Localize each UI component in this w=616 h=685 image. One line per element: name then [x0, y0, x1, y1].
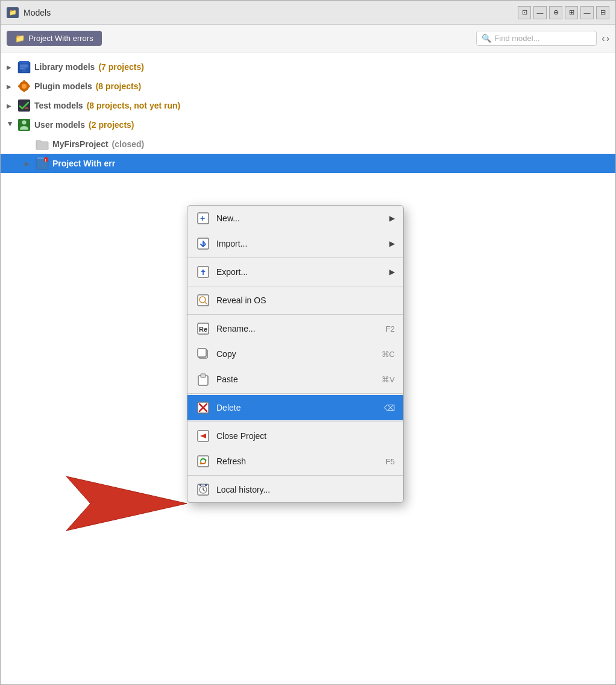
menu-item-copy[interactable]: Copy ⌘C [187, 341, 403, 367]
refresh-shortcut: F5 [386, 457, 395, 466]
new-icon: + [196, 211, 210, 226]
window-icon: 📁 [7, 7, 19, 18]
menu-item-reveal[interactable]: Reveal in OS [187, 288, 403, 313]
tree-item-project-errors[interactable]: ▶ ! Project With err [1, 154, 615, 173]
project-badge-icon: 📁 [15, 34, 25, 43]
ctrl-restore[interactable]: ⊞ [565, 6, 578, 19]
folder-closed-icon [36, 137, 49, 151]
tree-arrow-errors: ▶ [25, 160, 32, 167]
new-submenu-arrow: ▶ [389, 214, 395, 223]
delete-label: Delete [216, 403, 378, 412]
test-models-label: Test models [34, 101, 83, 110]
project-badge[interactable]: 📁 Project With errors [7, 31, 102, 46]
ctrl-record[interactable]: ⊡ [518, 6, 531, 19]
divider-4 [187, 393, 403, 394]
rename-shortcut: F2 [386, 324, 395, 333]
ctrl-close1[interactable]: — [580, 6, 594, 19]
svg-rect-50 [200, 484, 201, 486]
copy-label: Copy [216, 349, 376, 359]
svg-rect-35 [198, 349, 206, 357]
library-icon [17, 60, 31, 74]
plugin-models-count: (8 projects) [96, 81, 141, 91]
search-box[interactable]: 🔍 Find model... [476, 31, 597, 46]
menu-item-import[interactable]: Import... ▶ [187, 231, 403, 256]
nav-arrows: ‹ › [602, 33, 609, 44]
reveal-icon [196, 293, 210, 308]
divider-3 [187, 314, 403, 315]
panel-header: 📁 Project With errors 🔍 Find model... ‹ … [1, 25, 615, 52]
tree-item-test-models[interactable]: ▶ Test models (8 projects, not yet run) [1, 96, 615, 115]
delete-icon [196, 400, 210, 415]
menu-item-new[interactable]: + New... ▶ [187, 206, 403, 231]
menu-item-delete[interactable]: Delete ⌫ [187, 395, 403, 420]
paste-icon [196, 372, 210, 387]
divider-6 [187, 475, 403, 476]
svg-rect-13 [25, 107, 28, 109]
svg-rect-11 [28, 86, 30, 87]
user-models-label: User models [34, 120, 85, 130]
refresh-label: Refresh [216, 456, 380, 466]
svg-rect-9 [24, 90, 25, 92]
menu-item-local-history[interactable]: Local history... [187, 477, 403, 502]
history-label: Local history... [216, 485, 395, 494]
export-submenu-arrow: ▶ [389, 268, 395, 276]
svg-rect-51 [205, 484, 207, 486]
myfirst-label: MyFirsProject [52, 139, 108, 149]
menu-item-close-project[interactable]: Close Project [187, 423, 403, 449]
svg-rect-8 [24, 80, 25, 83]
paste-shortcut: ⌘V [382, 375, 395, 384]
export-icon [196, 265, 210, 279]
user-models-count: (2 projects) [89, 120, 134, 130]
copy-icon [196, 347, 210, 361]
context-menu: + New... ▶ Import... ▶ Export... [187, 205, 404, 503]
import-submenu-arrow: ▶ [389, 239, 395, 248]
arrow-pointer [18, 470, 199, 543]
ctrl-close2[interactable]: ⊟ [596, 6, 609, 19]
tree-item-user-models[interactable]: ▶ User models (2 projects) [1, 115, 615, 134]
svg-text:Re: Re [199, 326, 207, 333]
tree-item-plugin-models[interactable]: ▶ Plugin models (8 projects) [1, 77, 615, 96]
project-errors-icon: ! [36, 157, 49, 170]
myfirst-count: (closed) [112, 139, 145, 149]
window-controls: ⊡ — ⊕ ⊞ — ⊟ [518, 6, 609, 19]
tree-item-library-models[interactable]: ▶ Library models (7 projects) [1, 57, 615, 77]
tree-arrow-library: ▶ [7, 64, 14, 71]
project-errors-label: Project With err [52, 159, 115, 168]
svg-rect-5 [22, 63, 27, 72]
rename-icon: Re [196, 321, 210, 336]
tree-arrow-user: ▶ [7, 121, 14, 128]
paste-label: Paste [216, 374, 376, 384]
svg-rect-37 [201, 374, 206, 377]
rename-label: Rename... [216, 324, 380, 333]
tree-item-myfirst[interactable]: ▶ MyFirsProject (closed) [1, 134, 615, 154]
nav-forward-arrow[interactable]: › [606, 33, 609, 44]
svg-text:!: ! [45, 159, 46, 162]
svg-rect-43 [198, 456, 209, 467]
user-icon [17, 118, 31, 131]
test-models-count: (8 projects, not yet run) [87, 101, 181, 110]
close-project-label: Close Project [216, 431, 395, 441]
svg-point-7 [22, 84, 27, 89]
nav-back-arrow[interactable]: ‹ [602, 33, 605, 44]
menu-item-paste[interactable]: Paste ⌘V [187, 367, 403, 392]
svg-marker-52 [66, 476, 187, 531]
test-icon [17, 99, 31, 112]
plugin-models-label: Plugin models [34, 81, 92, 91]
reveal-label: Reveal in OS [216, 295, 395, 305]
menu-item-export[interactable]: Export... ▶ [187, 259, 403, 285]
project-badge-label: Project With errors [28, 34, 93, 43]
menu-item-refresh[interactable]: Refresh F5 [187, 449, 403, 474]
refresh-icon [196, 454, 210, 469]
library-models-label: Library models [34, 62, 95, 72]
import-label: Import... [216, 239, 383, 248]
copy-shortcut: ⌘C [382, 350, 395, 359]
close-project-icon [196, 429, 210, 443]
title-bar: 📁 Models ⊡ — ⊕ ⊞ — ⊟ [1, 1, 615, 25]
ctrl-maximize[interactable]: ⊕ [549, 6, 562, 19]
ctrl-minimize[interactable]: — [533, 6, 547, 19]
delete-shortcut: ⌫ [384, 403, 395, 412]
menu-item-rename[interactable]: Re Rename... F2 [187, 316, 403, 341]
plugin-icon [17, 80, 31, 93]
divider-2 [187, 286, 403, 286]
window-title: Models [24, 8, 51, 17]
